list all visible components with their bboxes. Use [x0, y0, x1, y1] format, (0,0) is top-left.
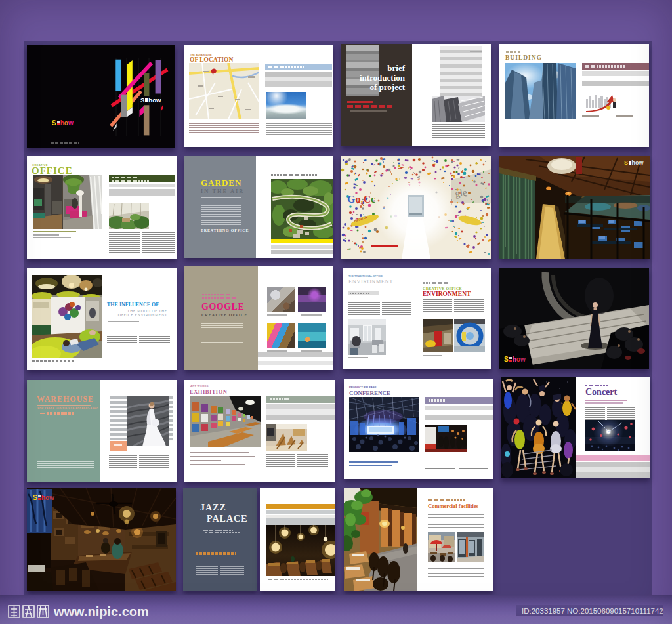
svg-text:Go.Cc: Go.Cc — [347, 194, 375, 205]
svg-text:gle: gle — [454, 187, 468, 199]
